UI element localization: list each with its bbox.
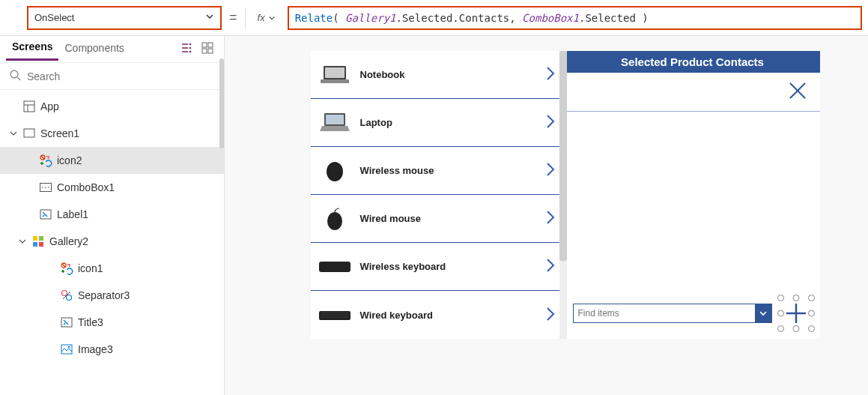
svg-rect-15: [40, 210, 51, 219]
gallery-item[interactable]: Laptop: [311, 99, 565, 147]
image-icon: [60, 343, 73, 356]
screen-icon: [22, 127, 36, 140]
collapse-icon[interactable]: [9, 130, 18, 137]
chevron-down-icon[interactable]: [755, 304, 771, 323]
svg-point-14: [48, 187, 49, 188]
tree-node-title3[interactable]: Title3: [0, 309, 224, 336]
canvas-area[interactable]: Notebook Laptop Wireless mouse Wired mou…: [225, 36, 868, 395]
svg-point-21: [62, 291, 67, 296]
app-surface: Notebook Laptop Wireless mouse Wired mou…: [311, 51, 820, 339]
control-icon: [39, 154, 52, 167]
svg-rect-8: [24, 101, 34, 112]
tree-node-gallery2[interactable]: Gallery2: [0, 228, 224, 255]
combobox-icon: [39, 181, 52, 194]
tree-node-image3[interactable]: Image3: [0, 336, 224, 363]
grid-view-icon[interactable]: [197, 39, 218, 59]
token-identifier: ComboBox1: [522, 12, 579, 24]
equals-sign: =: [229, 10, 237, 25]
svg-rect-19: [39, 242, 43, 247]
svg-point-25: [68, 346, 70, 348]
bottom-row: [565, 297, 820, 339]
tree-collapse-icon[interactable]: [176, 39, 197, 59]
svg-point-1: [189, 47, 192, 49]
chevron-right-icon: [545, 66, 556, 83]
combobox-input[interactable]: [574, 308, 755, 319]
selection-handle[interactable]: [792, 295, 799, 301]
close-icon[interactable]: [787, 80, 808, 103]
selection-handle[interactable]: [808, 310, 815, 317]
token-identifier: Gallery1: [345, 12, 395, 24]
tree-panel: Screens Components App: [0, 36, 225, 395]
token-function: Relate: [295, 12, 333, 24]
add-icon-selected[interactable]: [780, 297, 813, 330]
gallery-item[interactable]: Wireless keyboard: [311, 243, 565, 291]
tree-node-app[interactable]: App: [0, 93, 224, 120]
chevron-right-icon: [545, 258, 556, 275]
chevron-right-icon: [545, 210, 556, 227]
search-icon: [9, 69, 21, 83]
combobox-find-items[interactable]: [573, 304, 772, 323]
svg-rect-3: [202, 43, 207, 47]
svg-point-31: [327, 162, 343, 181]
selection-handle[interactable]: [808, 325, 815, 332]
gallery: Notebook Laptop Wireless mouse Wired mou…: [311, 51, 565, 339]
svg-rect-24: [61, 345, 72, 354]
selection-handle[interactable]: [777, 295, 784, 301]
gallery-item[interactable]: Wireless mouse: [311, 147, 565, 195]
formula-input[interactable]: Relate( Gallery1.Selected.Contacts, Comb…: [288, 6, 862, 30]
svg-point-12: [42, 187, 43, 188]
product-thumb-notebook: [317, 60, 353, 90]
svg-rect-30: [326, 115, 344, 124]
app-icon: [22, 100, 36, 113]
svg-rect-17: [39, 236, 43, 241]
svg-rect-16: [33, 236, 37, 241]
gallery-item[interactable]: Wired mouse: [311, 195, 565, 243]
tabs-row: Screens Components: [0, 36, 224, 63]
property-selector[interactable]: OnSelect: [27, 6, 222, 30]
tree-node-screen1[interactable]: Screen1: [0, 120, 224, 147]
gallery-icon: [31, 235, 45, 248]
product-thumb-wired-keyboard: [317, 300, 353, 330]
selection-handle[interactable]: [777, 310, 784, 317]
product-thumb-wireless-keyboard: [317, 252, 353, 282]
tab-screens[interactable]: Screens: [6, 37, 58, 61]
tree-node-separator3[interactable]: Separator3: [0, 282, 224, 309]
selection-handle[interactable]: [792, 325, 799, 332]
chevron-down-icon: [205, 12, 214, 23]
collapse-icon[interactable]: [18, 238, 27, 245]
svg-point-7: [10, 70, 18, 78]
svg-point-22: [67, 295, 72, 301]
selection-handle[interactable]: [777, 325, 784, 332]
chevron-right-icon: [545, 162, 556, 179]
product-thumb-wired-mouse: [317, 204, 353, 234]
label-icon: [39, 208, 52, 221]
chevron-right-icon: [545, 307, 556, 324]
property-name: OnSelect: [34, 12, 74, 23]
contacts-pane: Selected Product Contacts: [565, 51, 820, 339]
svg-point-2: [189, 51, 192, 53]
formula-bar-divider: [245, 7, 246, 28]
separator-icon: [60, 289, 73, 302]
fx-label[interactable]: fx: [253, 12, 280, 23]
control-icon: [60, 262, 73, 275]
gallery-item[interactable]: Wired keyboard: [311, 291, 565, 339]
chevron-right-icon: [545, 114, 556, 131]
contacts-list-empty: [565, 112, 820, 297]
svg-rect-23: [61, 318, 72, 327]
search-input[interactable]: [27, 70, 215, 82]
svg-rect-18: [33, 242, 37, 247]
tree-node-combobox1[interactable]: ComboBox1: [0, 174, 224, 201]
gallery-item[interactable]: Notebook: [311, 51, 565, 99]
svg-point-0: [189, 43, 192, 46]
tree-node-icon1[interactable]: icon1: [0, 255, 224, 282]
svg-rect-5: [202, 49, 207, 53]
tab-components[interactable]: Components: [58, 39, 130, 60]
contacts-header: Selected Product Contacts: [565, 51, 820, 73]
tree-node-icon2[interactable]: icon2: [0, 147, 224, 174]
tree-node-label1[interactable]: Label1: [0, 201, 224, 228]
selection-handle[interactable]: [808, 295, 815, 301]
formula-bar: OnSelect = fx Relate( Gallery1.Selected.…: [0, 0, 868, 36]
svg-rect-6: [208, 49, 213, 53]
svg-rect-27: [325, 67, 345, 78]
gallery-scrollbar[interactable]: [559, 51, 567, 339]
